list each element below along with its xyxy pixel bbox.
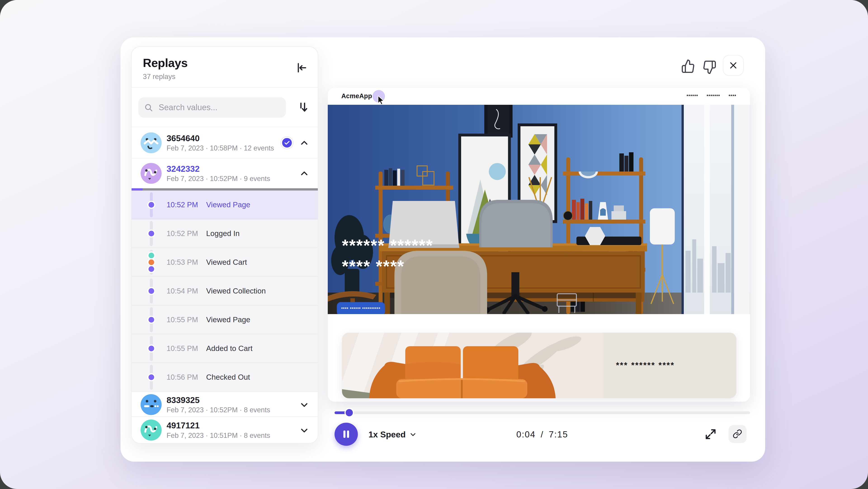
session-id: 3654640 [166, 134, 199, 143]
sort-descending-icon [297, 101, 309, 114]
hero-masked-line2: **** **** [342, 257, 405, 276]
replays-sidebar: Replays 37 replays 3654640 Feb 7, 2023 ·… [131, 47, 318, 443]
replay-count: 37 replays [143, 73, 307, 81]
sort-button[interactable] [297, 101, 309, 114]
event-time: 10:56 PM [166, 373, 198, 381]
event-dot [149, 288, 154, 294]
time-separator: / [541, 430, 544, 439]
event-dot-group [149, 374, 154, 380]
recorded-site-header: AcmeApp ****** ******* **** [328, 88, 750, 105]
session-meta: Feb 7, 2023 · 10:58PM · 12 events [166, 144, 274, 152]
desktop-background: AcmeApp ****** ******* **** [0, 0, 868, 489]
avatar [141, 394, 162, 415]
collapse-session-button[interactable] [300, 169, 309, 178]
close-icon [729, 61, 738, 70]
hero-cta-button[interactable]: **** ****** ********** [337, 302, 385, 314]
chevron-down-icon [300, 426, 309, 435]
search-input[interactable] [158, 102, 280, 113]
session-load-progress [131, 188, 318, 191]
event-dot-group [149, 231, 154, 236]
event-time: 10:53 PM [166, 258, 198, 266]
event-row[interactable]: 10:55 PM Added to Cart [131, 334, 318, 363]
product-card[interactable]: *** ****** **** [342, 333, 737, 398]
sofa-photo [342, 333, 604, 398]
search-box[interactable] [138, 97, 286, 118]
event-timeline: 10:52 PM Viewed Page 10:52 PM Logged In … [131, 191, 318, 392]
event-time: 10:55 PM [166, 344, 198, 352]
event-dot-group [149, 317, 154, 322]
event-time: 10:54 PM [166, 287, 198, 295]
thumbs-up-button[interactable] [681, 59, 696, 74]
event-row[interactable]: 10:54 PM Viewed Collection [131, 277, 318, 306]
collapse-left-icon [295, 62, 308, 74]
event-dot-group [149, 202, 154, 207]
expand-session-button[interactable] [300, 426, 309, 435]
nav-masked-item[interactable]: ******* [707, 94, 720, 99]
event-dot [149, 346, 154, 351]
event-dot [149, 317, 154, 322]
event-dot-group [149, 253, 154, 272]
player-controls: 1x Speed 0:04 / 7:15 [335, 422, 750, 447]
product-card-masked-text: *** ****** **** [603, 333, 737, 398]
chevron-up-icon [300, 139, 309, 147]
event-label: Added to Cart [206, 344, 252, 353]
event-dot [149, 259, 154, 265]
thumbs-up-icon [681, 59, 696, 74]
session-load-progress-fill [131, 188, 143, 191]
screen: AcmeApp ****** ******* **** [0, 0, 868, 489]
recorded-site-logo: AcmeApp [341, 92, 372, 100]
progress-knob[interactable] [346, 409, 353, 416]
copy-link-button[interactable] [728, 425, 747, 443]
event-dot [149, 202, 154, 207]
collapse-session-button[interactable] [300, 139, 309, 147]
thumbs-down-icon [702, 60, 717, 75]
event-dot-group [149, 288, 154, 294]
session-row[interactable]: 4917121 Feb 7, 2023 · 10:51PM · 8 events [131, 416, 318, 444]
check-badge-icon [281, 137, 293, 149]
session-id: 3242332 [166, 164, 199, 174]
event-row[interactable]: 10:55 PM Viewed Page [131, 306, 318, 334]
chevron-up-icon [300, 169, 309, 178]
session-meta: Feb 7, 2023 · 10:52PM · 9 events [166, 175, 270, 183]
event-time: 10:55 PM [166, 315, 198, 324]
event-row[interactable]: 10:53 PM Viewed Cart [131, 248, 318, 277]
search-icon [144, 103, 153, 112]
session-row-active[interactable]: 3242332 Feb 7, 2023 · 10:52PM · 9 events [131, 159, 318, 189]
event-dot [149, 374, 154, 380]
nav-masked-item[interactable]: ****** [686, 94, 698, 99]
event-label: Viewed Cart [206, 258, 247, 266]
expand-session-button[interactable] [300, 400, 309, 409]
event-dot [149, 266, 154, 272]
mouse-cursor-icon [377, 96, 385, 105]
time-total: 7:15 [549, 430, 568, 439]
hero-masked-line1: ****** ****** [342, 236, 433, 255]
session-row[interactable]: 3654640 Feb 7, 2023 · 10:58PM · 12 event… [131, 127, 318, 159]
collapse-sidebar-button[interactable] [295, 62, 308, 74]
event-dot-group [149, 346, 154, 351]
playback-progress-bar[interactable] [335, 411, 750, 414]
expand-icon [704, 428, 717, 441]
event-row[interactable]: 10:52 PM Logged In [131, 219, 318, 248]
thumbs-down-button[interactable] [702, 60, 717, 75]
event-row[interactable]: 10:56 PM Checked Out [131, 363, 318, 391]
nav-masked-item[interactable]: **** [728, 94, 736, 99]
event-label: Logged In [206, 229, 240, 238]
close-button[interactable] [723, 55, 744, 76]
event-label: Viewed Page [206, 315, 250, 324]
event-label: Viewed Page [206, 200, 250, 209]
event-label: Viewed Collection [206, 287, 266, 295]
session-meta: Feb 7, 2023 · 10:51PM · 8 events [166, 432, 270, 440]
chevron-down-icon [300, 400, 309, 409]
fullscreen-button[interactable] [704, 428, 717, 441]
avatar [141, 420, 162, 440]
event-time: 10:52 PM [166, 200, 198, 209]
event-dot [149, 253, 154, 258]
event-dot [149, 231, 154, 236]
event-time: 10:52 PM [166, 229, 198, 238]
event-label: Checked Out [206, 373, 250, 381]
session-id: 4917121 [166, 421, 199, 430]
recorded-hero-section: ****** ********** **** **** ****** *****… [328, 105, 750, 314]
session-row[interactable]: 8339325 Feb 7, 2023 · 10:52PM · 8 events [131, 392, 318, 416]
event-row[interactable]: 10:52 PM Viewed Page [131, 191, 318, 219]
time-display: 0:04 / 7:15 [335, 422, 750, 447]
